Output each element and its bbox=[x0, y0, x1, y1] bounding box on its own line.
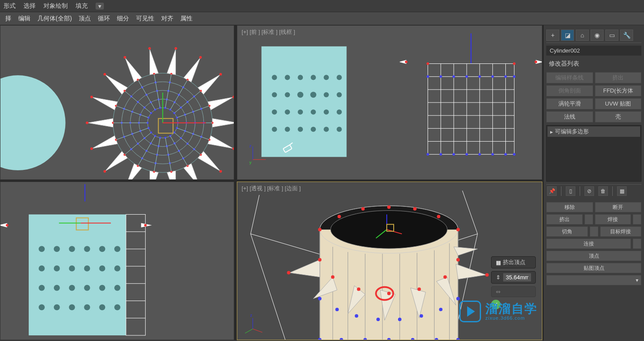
rb-align[interactable]: 对齐 bbox=[158, 13, 177, 24]
svg-point-71 bbox=[90, 147, 93, 150]
btn-chamfer-settings[interactable] bbox=[590, 226, 598, 237]
svg-point-230 bbox=[84, 246, 90, 252]
svg-point-206 bbox=[513, 63, 515, 65]
display-tab-icon[interactable]: ▭ bbox=[605, 30, 618, 41]
svg-marker-110 bbox=[149, 48, 159, 75]
ribbon-bar: 择 编辑 几何体(全部) 顶点 循环 细分 可见性 对齐 属性 bbox=[0, 12, 644, 25]
svg-point-128 bbox=[169, 109, 171, 111]
mod-extrude[interactable]: 挤出 bbox=[595, 72, 642, 83]
svg-point-111 bbox=[148, 47, 151, 50]
modifier-list-label: 修改器列表 bbox=[546, 58, 641, 70]
menu-paint[interactable]: 对象绘制 bbox=[43, 2, 68, 10]
btn-connect-settings[interactable] bbox=[633, 238, 641, 249]
btn-connect[interactable]: 连接 bbox=[546, 238, 631, 249]
mod-shell[interactable]: 壳 bbox=[595, 111, 642, 122]
svg-point-301 bbox=[357, 288, 360, 291]
rb-visibility[interactable]: 可见性 bbox=[133, 13, 158, 24]
unique-icon[interactable]: ⊘ bbox=[584, 186, 594, 196]
hierarchy-tab-icon[interactable]: ⌂ bbox=[576, 30, 589, 41]
utilities-tab-icon[interactable]: 🔧 bbox=[620, 30, 633, 41]
watermark-url: zixue.3d66.com bbox=[485, 315, 538, 321]
btn-vertex[interactable]: 顶点 bbox=[546, 251, 641, 261]
rb-select[interactable]: 择 bbox=[2, 13, 15, 24]
rb-props[interactable]: 属性 bbox=[177, 13, 196, 24]
svg-point-310 bbox=[398, 318, 402, 321]
modify-tab-icon[interactable]: ◪ bbox=[561, 30, 574, 41]
pin-icon[interactable]: 📌 bbox=[547, 186, 557, 196]
configure-icon[interactable]: ▦ bbox=[617, 186, 627, 196]
viewport-front[interactable]: [+] [前 ] [标准 ] [线框 ] bbox=[237, 25, 542, 180]
btn-extrude[interactable]: 挤出 bbox=[546, 214, 583, 225]
svg-line-53 bbox=[154, 138, 160, 172]
svg-point-218 bbox=[465, 153, 468, 156]
svg-point-79 bbox=[86, 122, 88, 124]
svg-point-249 bbox=[99, 304, 105, 310]
rb-vertex[interactable]: 顶点 bbox=[75, 13, 94, 24]
svg-point-232 bbox=[114, 246, 120, 252]
svg-point-170 bbox=[324, 109, 329, 115]
svg-point-303 bbox=[387, 292, 391, 295]
object-name[interactable]: Cylinder002 bbox=[546, 46, 641, 56]
stack-item-label: 可编辑多边形 bbox=[555, 128, 589, 136]
height-icon: ⇕ bbox=[496, 274, 501, 281]
svg-point-143 bbox=[232, 96, 234, 98]
btn-chamfer[interactable]: 切角 bbox=[546, 226, 588, 237]
svg-point-292 bbox=[361, 207, 365, 211]
svg-rect-153 bbox=[262, 46, 347, 157]
btn-target-weld[interactable]: 目标焊接 bbox=[600, 226, 642, 237]
svg-point-163 bbox=[310, 92, 316, 98]
svg-line-267 bbox=[251, 234, 324, 255]
modifier-stack[interactable]: ▸ 可编辑多边形 bbox=[546, 125, 641, 182]
dropdown-icon[interactable]: ▾ bbox=[96, 3, 104, 10]
caddy-value-row[interactable]: ⇕ bbox=[491, 271, 536, 284]
motion-tab-icon[interactable]: ◉ bbox=[591, 30, 604, 41]
viewport-perspective[interactable]: [+] [透视 ] [标准 ] [边面 ] bbox=[237, 182, 542, 340]
rb-geometry[interactable]: 几何体(全部) bbox=[34, 13, 75, 24]
mod-ffd-box[interactable]: FFD(长方体 bbox=[595, 85, 642, 96]
create-tab-icon[interactable]: + bbox=[546, 30, 559, 41]
menu-mode[interactable]: 形式 bbox=[3, 2, 16, 10]
svg-point-243 bbox=[99, 285, 105, 291]
menu-fill[interactable]: 填充 bbox=[76, 2, 88, 10]
svg-point-87 bbox=[90, 96, 93, 98]
svg-marker-70 bbox=[92, 136, 118, 149]
svg-marker-289 bbox=[454, 247, 478, 255]
svg-marker-142 bbox=[208, 97, 234, 110]
svg-point-294 bbox=[413, 207, 417, 211]
svg-text:z: z bbox=[249, 143, 252, 148]
mod-turbosmooth[interactable]: 涡轮平滑 bbox=[546, 98, 593, 109]
delete-icon[interactable]: 🗑 bbox=[598, 186, 608, 196]
btn-weld-settings[interactable] bbox=[633, 214, 641, 225]
btn-remove[interactable]: 移除 bbox=[546, 202, 593, 212]
viewport-top[interactable] bbox=[0, 25, 234, 180]
mod-uvw-map[interactable]: UVW 贴图 bbox=[595, 98, 642, 109]
btn-break[interactable]: 断开 bbox=[595, 202, 642, 212]
stack-editable-poly[interactable]: ▸ 可编辑多边形 bbox=[548, 126, 640, 137]
rb-edit[interactable]: 编辑 bbox=[15, 13, 34, 24]
spinner[interactable]: ▾ bbox=[546, 275, 641, 285]
svg-point-211 bbox=[478, 75, 481, 78]
mod-bevel-profile[interactable]: 倒角剖面 bbox=[546, 85, 593, 96]
expand-icon[interactable]: ▸ bbox=[550, 129, 553, 135]
mod-edit-spline[interactable]: 编辑样条线 bbox=[546, 72, 593, 83]
viewport-left[interactable] bbox=[0, 182, 234, 340]
svg-point-23 bbox=[219, 170, 222, 173]
caddy-title-row: ▮▮ 挤出顶点 bbox=[491, 256, 536, 268]
svg-line-117 bbox=[154, 74, 160, 108]
extrude-value-input[interactable] bbox=[503, 273, 531, 281]
rb-loop[interactable]: 循环 bbox=[94, 13, 113, 24]
btn-extrude-settings[interactable] bbox=[584, 214, 593, 225]
menu-select[interactable]: 选择 bbox=[23, 2, 36, 10]
btn-weld[interactable]: 焊接 bbox=[595, 214, 631, 225]
svg-point-308 bbox=[355, 314, 358, 318]
pause-icon: ▮▮ bbox=[496, 259, 500, 266]
mod-normal[interactable]: 法线 bbox=[546, 111, 593, 122]
svg-point-246 bbox=[54, 304, 60, 310]
svg-point-95 bbox=[103, 73, 106, 76]
rb-subdivide[interactable]: 细分 bbox=[113, 13, 133, 24]
svg-point-210 bbox=[465, 75, 468, 78]
svg-point-298 bbox=[456, 258, 460, 262]
show-end-icon[interactable]: ▯ bbox=[566, 186, 575, 196]
btn-map-vertex[interactable]: 贴图顶点 bbox=[546, 263, 641, 273]
svg-point-213 bbox=[505, 75, 507, 78]
